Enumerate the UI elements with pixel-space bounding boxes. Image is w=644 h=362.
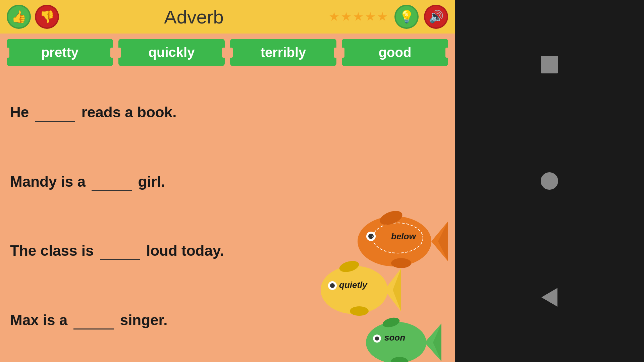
- square-icon[interactable]: [541, 56, 558, 73]
- thumbs-down-button[interactable]: 👎: [35, 5, 59, 29]
- sidebar-back-button[interactable]: [539, 287, 559, 307]
- sound-button[interactable]: 🔊: [424, 5, 448, 29]
- header-right: ★★★★★ 💡 🔊: [329, 5, 448, 29]
- circle-icon[interactable]: [541, 172, 558, 190]
- stars-rating: ★★★★★: [329, 10, 389, 24]
- word-buttons-row: pretty quickly terribly good: [0, 34, 455, 71]
- blank-1[interactable]: [35, 104, 75, 122]
- blank-2[interactable]: [92, 173, 132, 191]
- header-left: 👍 👎: [7, 5, 59, 29]
- back-icon[interactable]: [541, 288, 557, 307]
- word-button-quickly[interactable]: quickly: [118, 39, 225, 66]
- lightbulb-button[interactable]: 💡: [394, 5, 419, 29]
- word-button-terribly[interactable]: terribly: [230, 39, 336, 66]
- sidebar-square-button[interactable]: [539, 55, 559, 75]
- sound-icon: 🔊: [429, 10, 444, 24]
- blank-3[interactable]: [100, 242, 140, 260]
- sentence-2: Mandy is a girl.: [10, 173, 445, 191]
- thumbs-up-icon: 👍: [11, 10, 26, 24]
- word-button-good[interactable]: good: [342, 39, 448, 66]
- sentences-area: He reads a book. Mandy is a girl. The cl…: [0, 71, 455, 362]
- header: 👍 👎 Adverb ★★★★★ 💡 🔊: [0, 0, 455, 34]
- sentence-3: The class is loud today.: [10, 242, 445, 260]
- header-center: Adverb: [59, 6, 329, 28]
- blank-4[interactable]: [73, 312, 114, 329]
- sidebar: [455, 0, 644, 362]
- page-title: Adverb: [164, 6, 223, 27]
- thumbs-down-icon: 👎: [40, 10, 55, 24]
- sentence-4: Max is a singer.: [10, 312, 445, 329]
- sidebar-circle-button[interactable]: [539, 171, 559, 191]
- lightbulb-icon: 💡: [399, 10, 414, 24]
- word-button-pretty[interactable]: pretty: [7, 39, 113, 66]
- main-area: 👍 👎 Adverb ★★★★★ 💡 🔊 pretty quickly terr…: [0, 0, 455, 362]
- sentence-1: He reads a book.: [10, 104, 445, 122]
- thumbs-up-button[interactable]: 👍: [7, 5, 31, 29]
